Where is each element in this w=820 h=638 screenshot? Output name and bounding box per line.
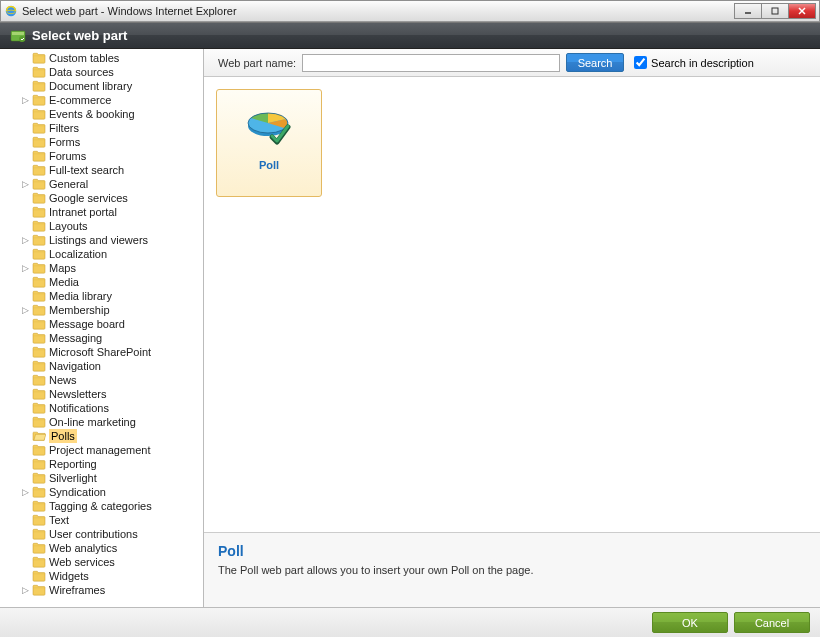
svg-rect-7 [12,32,24,35]
tree-toggle-icon[interactable]: ▷ [20,95,30,105]
ok-button[interactable]: OK [652,612,728,633]
tree-item-notifications[interactable]: Notifications [0,401,203,415]
tree-item-label: Microsoft SharePoint [49,345,151,359]
tree-item-media[interactable]: Media [0,275,203,289]
tree-toggle-icon[interactable]: ▷ [20,235,30,245]
tree-item-full-text-search[interactable]: Full-text search [0,163,203,177]
search-in-description-checkbox[interactable] [634,56,647,69]
tree-item-document-library[interactable]: Document library [0,79,203,93]
tree-item-messaging[interactable]: Messaging [0,331,203,345]
tree-item-custom-tables[interactable]: Custom tables [0,51,203,65]
tree-item-media-library[interactable]: Media library [0,289,203,303]
tree-item-wireframes[interactable]: ▷Wireframes [0,583,203,597]
tree-item-label: Custom tables [49,51,119,65]
tree-item-syndication[interactable]: ▷Syndication [0,485,203,499]
window-controls [735,3,816,19]
tree-item-project-management[interactable]: Project management [0,443,203,457]
tree-item-user-contributions[interactable]: User contributions [0,527,203,541]
search-in-description-wrap[interactable]: Search in description [634,56,754,69]
tree-item-label: E-commerce [49,93,111,107]
tree-item-localization[interactable]: Localization [0,247,203,261]
tree-toggle-icon[interactable]: ▷ [20,263,30,273]
tree-item-navigation[interactable]: Navigation [0,359,203,373]
tree-item-tagging-categories[interactable]: Tagging & categories [0,499,203,513]
ie-icon [4,4,18,18]
dialog-header: Select web part [0,22,820,49]
search-in-description-label: Search in description [651,57,754,69]
tree-toggle-icon[interactable]: ▷ [20,305,30,315]
tree-item-on-line-marketing[interactable]: On-line marketing [0,415,203,429]
tree-item-news[interactable]: News [0,373,203,387]
search-button[interactable]: Search [566,53,624,72]
cancel-button[interactable]: Cancel [734,612,810,633]
tree-item-events-booking[interactable]: Events & booking [0,107,203,121]
maximize-button[interactable] [761,3,789,19]
tree-item-polls[interactable]: Polls [0,429,203,443]
dialog-footer: OK Cancel [0,607,820,637]
webpart-gallery: Poll [204,77,820,532]
tree-item-label: Full-text search [49,163,124,177]
tree-item-silverlight[interactable]: Silverlight [0,471,203,485]
tree-item-data-sources[interactable]: Data sources [0,65,203,79]
tree-item-label: Notifications [49,401,109,415]
search-input[interactable] [302,54,560,72]
minimize-button[interactable] [734,3,762,19]
tree-item-label: Layouts [49,219,88,233]
close-button[interactable] [788,3,816,19]
tree-item-membership[interactable]: ▷Membership [0,303,203,317]
tree-item-widgets[interactable]: Widgets [0,569,203,583]
tree-item-general[interactable]: ▷General [0,177,203,191]
tree-item-intranet-portal[interactable]: Intranet portal [0,205,203,219]
tree-item-google-services[interactable]: Google services [0,191,203,205]
tree-item-label: Forums [49,149,86,163]
tree-item-reporting[interactable]: Reporting [0,457,203,471]
tree-item-label: Silverlight [49,471,97,485]
description-text: The Poll web part allows you to insert y… [218,564,806,576]
tree-item-label: Events & booking [49,107,135,121]
description-panel: Poll The Poll web part allows you to ins… [204,532,820,607]
tree-item-forms[interactable]: Forms [0,135,203,149]
window-title: Select web part - Windows Internet Explo… [22,5,735,17]
tree-item-listings-and-viewers[interactable]: ▷Listings and viewers [0,233,203,247]
tree-item-label: User contributions [49,527,138,541]
tree-item-label: Newsletters [49,387,106,401]
tree-item-microsoft-sharepoint[interactable]: Microsoft SharePoint [0,345,203,359]
tree-item-filters[interactable]: Filters [0,121,203,135]
tree-item-label: Media library [49,289,112,303]
tree-toggle-icon[interactable]: ▷ [20,487,30,497]
tree-item-e-commerce[interactable]: ▷E-commerce [0,93,203,107]
webpart-card-poll[interactable]: Poll [216,89,322,197]
window-title-bar: Select web part - Windows Internet Explo… [0,0,820,22]
tree-item-message-board[interactable]: Message board [0,317,203,331]
tree-item-label: Message board [49,317,125,331]
tree-item-label: News [49,373,77,387]
tree-item-label: Filters [49,121,79,135]
tree-item-label: Media [49,275,79,289]
tree-item-label: Listings and viewers [49,233,148,247]
tree-item-label: Maps [49,261,76,275]
tree-item-label: Tagging & categories [49,499,152,513]
tree-item-label: Widgets [49,569,89,583]
tree-item-forums[interactable]: Forums [0,149,203,163]
tree-toggle-icon[interactable]: ▷ [20,585,30,595]
category-tree[interactable]: Custom tablesData sourcesDocument librar… [0,49,204,607]
search-bar: Web part name: Search Search in descript… [204,49,820,77]
tree-item-newsletters[interactable]: Newsletters [0,387,203,401]
tree-item-label: Membership [49,303,110,317]
tree-item-label: Localization [49,247,107,261]
tree-item-label: Document library [49,79,132,93]
tree-item-label: Intranet portal [49,205,117,219]
tree-item-maps[interactable]: ▷Maps [0,261,203,275]
tree-toggle-icon[interactable]: ▷ [20,179,30,189]
tree-item-label: On-line marketing [49,415,136,429]
tree-item-label: Project management [49,443,151,457]
webpart-card-label: Poll [259,159,279,171]
tree-item-web-services[interactable]: Web services [0,555,203,569]
tree-item-label: Google services [49,191,128,205]
right-panel: Web part name: Search Search in descript… [204,49,820,607]
dialog-title: Select web part [32,28,127,43]
tree-item-label: Navigation [49,359,101,373]
tree-item-layouts[interactable]: Layouts [0,219,203,233]
tree-item-text[interactable]: Text [0,513,203,527]
tree-item-web-analytics[interactable]: Web analytics [0,541,203,555]
